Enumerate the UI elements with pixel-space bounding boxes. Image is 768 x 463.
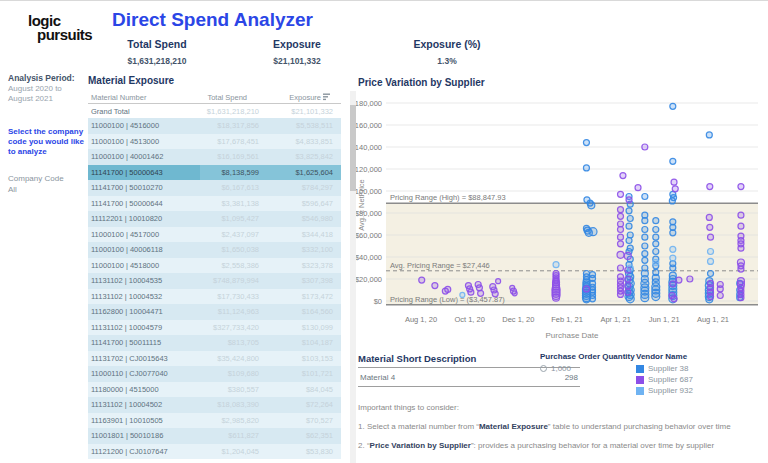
cell-material-number: 11163901 | 10010505 — [88, 416, 200, 425]
table-row[interactable]: 11162800 | 10004471$11,124,963$164,560 — [88, 304, 341, 320]
cell-exposure: $21,101,332 — [259, 107, 333, 116]
material-exposure-title: Material Exposure — [88, 75, 356, 86]
size-legend-title: Purchase Order Quantity — [540, 352, 635, 361]
cell-exposure: $784,297 — [259, 183, 333, 192]
cell-material-number: 11000100 | 4516000 — [88, 121, 200, 130]
cell-material-number: 11131102 | 10004532 — [88, 292, 200, 301]
cell-total-spend: $380,557 — [200, 385, 259, 394]
cell-total-spend: $1,095,427 — [200, 214, 259, 223]
cell-total-spend: $6,167,613 — [200, 183, 259, 192]
table-row[interactable]: 11131102 | 10004579$327,733,420$130,099 — [88, 320, 341, 336]
cell-exposure: $332,100 — [259, 245, 333, 254]
cell-exposure: $103,153 — [259, 354, 333, 363]
table-row[interactable]: 11000100 | 4517000$2,437,097$344,418 — [88, 227, 341, 243]
svg-text:Pricing Range (Low) = ($3,457.: Pricing Range (Low) = ($3,457.87) — [390, 295, 505, 304]
cell-total-spend: $8,138,599 — [200, 168, 259, 177]
table-row[interactable]: 11141700 | 50011115$813,705$104,187 — [88, 335, 341, 351]
logo-line2: pursuits — [37, 28, 92, 42]
material-exposure-panel: Material Exposure Material Number Total … — [88, 75, 356, 463]
cell-material-number: 11141700 | 50000643 — [88, 165, 200, 181]
cell-total-spend: $748,879,994 — [200, 276, 259, 285]
table-row[interactable]: 11141700 | 50010270$6,167,613$784,297 — [88, 180, 341, 196]
vendor-legend-item[interactable]: Supplier 932 — [636, 386, 693, 395]
cell-material-number: 11121200 | CJ0107647 — [88, 447, 200, 456]
svg-text:$120,000: $120,000 — [356, 165, 382, 174]
svg-text:Apr 1, 21: Apr 1, 21 — [600, 315, 630, 324]
table-row[interactable]: 11163901 | 10010505$2,985,820$70,527 — [88, 413, 341, 429]
table-row[interactable]: 11131702 | CJ0015643$35,424,800$103,153 — [88, 351, 341, 367]
svg-text:Avg. c NetPrice: Avg. c NetPrice — [357, 179, 366, 231]
cell-total-spend: $35,424,800 — [200, 354, 259, 363]
cell-exposure: $84,045 — [259, 385, 333, 394]
table-row[interactable]: 11000100 | 40006118$1,650,038$332,100 — [88, 242, 341, 258]
analysis-period-value: August 2020 to August 2021 — [8, 84, 88, 104]
cell-exposure: $546,980 — [259, 214, 333, 223]
cell-total-spend: $327,733,420 — [200, 323, 259, 332]
company-code-filter-value[interactable]: All — [8, 184, 64, 195]
table-header-row: Material Number Total Spend Exposure — [88, 91, 341, 104]
svg-text:Dec 1, 20: Dec 1, 20 — [502, 315, 534, 324]
company-code-filter-label: Company Code — [8, 173, 64, 184]
svg-text:Purchase Date: Purchase Date — [546, 331, 599, 340]
table-row[interactable]: Grand Total$1,631,218,210$21,101,332 — [88, 104, 341, 118]
kpi-total-spend-label: Total Spend — [92, 38, 222, 50]
vendor-legend-item[interactable]: Supplier 687 — [636, 375, 693, 384]
table-row[interactable]: 11180000 | 4515000$380,557$84,045 — [88, 382, 341, 398]
table-row[interactable]: 11000100 | 4518000$2,558,386$323,378 — [88, 258, 341, 274]
cell-total-spend: $2,437,097 — [200, 230, 259, 239]
cell-exposure: $323,378 — [259, 261, 333, 270]
cell-material-number: 11001801 | 50010186 — [88, 431, 200, 440]
cell-total-spend: $17,730,433 — [200, 292, 259, 301]
kpi-exposure: Exposure $21,101,332 — [232, 38, 362, 66]
svg-text:Aug 1, 21: Aug 1, 21 — [697, 315, 729, 324]
vendor-swatch-icon — [636, 365, 644, 373]
cell-material-number: 11141700 | 50011115 — [88, 338, 200, 347]
cell-total-spend: $3,381,138 — [200, 199, 259, 208]
vendor-legend-item[interactable]: Supplier 38 — [636, 364, 693, 373]
table-row[interactable]: 11000100 | 40001462$16,169,561$3,825,842 — [88, 149, 341, 165]
direct-spend-analyzer-dashboard: logic pursuits Direct Spend Analyzer Tot… — [0, 0, 768, 463]
col-header-material-number[interactable]: Material Number — [91, 93, 146, 102]
table-row[interactable]: 11141700 | 50000643$8,138,599$1,625,604 — [88, 165, 341, 181]
svg-text:$20,000: $20,000 — [356, 275, 382, 284]
cell-total-spend: $109,680 — [200, 369, 259, 378]
table-body: Grand Total$1,631,218,210$21,101,3321100… — [88, 104, 341, 459]
sidebar: Analysis Period: August 2020 to August 2… — [8, 73, 88, 104]
kpi-total-spend-value: $1,631,218,210 — [92, 56, 222, 66]
svg-text:$140,000: $140,000 — [356, 143, 382, 152]
kpi-exposure-pct: Exposure (%) 1.3% — [382, 38, 512, 66]
analysis-period-label: Analysis Period: — [8, 73, 88, 83]
cell-material-number: 11000100 | 40006118 — [88, 245, 200, 254]
cell-exposure: $5,538,511 — [259, 121, 333, 130]
cell-material-number: 11141700 | 50000644 — [88, 199, 200, 208]
table-row[interactable]: 11131102 | 10004535$748,879,994$307,398 — [88, 273, 341, 289]
table-row[interactable]: 11131102 | 10004532$17,730,433$173,472 — [88, 289, 341, 305]
price-variation-chart[interactable]: $0$20,000$40,000$60,000$80,000$100,000$1… — [356, 85, 768, 347]
kpi-exposure-value: $21,101,332 — [232, 56, 362, 66]
company-code-filter[interactable]: Company Code All — [8, 173, 64, 195]
cell-exposure: $53,830 — [259, 447, 333, 456]
cell-exposure: $3,825,842 — [259, 152, 333, 161]
table-row[interactable]: 11121200 | CJ0107647$1,204,045$53,830 — [88, 444, 341, 460]
table-row[interactable]: 11001801 | 50010186$611,827$62,351 — [88, 428, 341, 444]
sort-descending-icon[interactable] — [323, 93, 331, 101]
cell-exposure: $62,351 — [259, 431, 333, 440]
svg-text:Oct 1, 20: Oct 1, 20 — [454, 315, 484, 324]
table-row[interactable]: 11112201 | 10010820$1,095,427$546,980 — [88, 211, 341, 227]
svg-text:Avg. Pricing Range = $27,446: Avg. Pricing Range = $27,446 — [390, 261, 490, 270]
cell-material-number: 11131102 | 10004502 — [88, 400, 200, 409]
cell-total-spend: $1,650,038 — [200, 245, 259, 254]
svg-text:$60,000: $60,000 — [356, 231, 382, 240]
table-row[interactable]: 11000100 | 4516000$18,317,856$5,538,511 — [88, 118, 341, 134]
table-row[interactable]: 11131102 | 10004502$18,083,390$72,264 — [88, 397, 341, 413]
table-row[interactable]: 11000100 | 4513000$17,678,451$4,833,851 — [88, 134, 341, 150]
notes-intro: Important things to consider: — [358, 403, 760, 412]
table-row[interactable]: 11141700 | 50000644$3,381,138$596,647 — [88, 196, 341, 212]
col-header-exposure[interactable]: Exposure — [289, 93, 331, 102]
col-header-total-spend[interactable]: Total Spend — [207, 93, 247, 102]
table-row[interactable]: 11000110 | CJ0077040$109,680$101,721 — [88, 366, 341, 382]
size-legend: Purchase Order Quantity 1,000 — [540, 352, 635, 373]
size-legend-circle-icon — [540, 365, 547, 372]
cell-exposure: $70,527 — [259, 416, 333, 425]
svg-text:$40,000: $40,000 — [356, 253, 382, 262]
